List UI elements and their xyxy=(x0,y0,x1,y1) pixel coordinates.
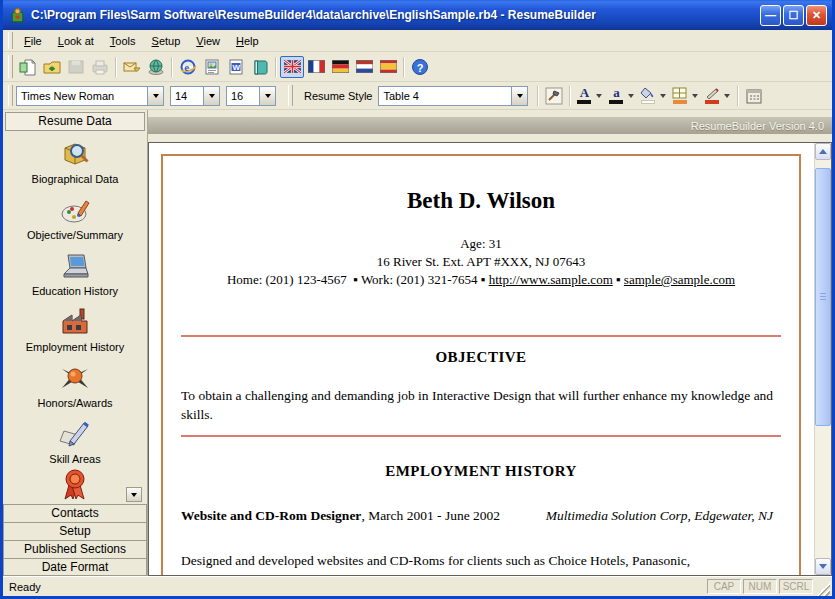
new-document-icon[interactable] xyxy=(16,56,40,78)
menu-tools[interactable]: Tools xyxy=(102,32,144,50)
svg-text:e: e xyxy=(184,61,189,73)
scrollbar-thumb[interactable] xyxy=(815,168,831,426)
send-email-icon[interactable] xyxy=(120,56,144,78)
menu-view[interactable]: View xyxy=(188,32,228,50)
sidebar-button-setup[interactable]: Setup xyxy=(3,522,147,540)
close-button[interactable]: ✕ xyxy=(806,5,827,26)
section-divider xyxy=(181,335,781,337)
help-icon[interactable]: ? xyxy=(408,56,432,78)
resume-style-select[interactable]: Table 4 xyxy=(378,86,528,106)
employment-job-row: Website and CD-Rom Designer, March 2001 … xyxy=(181,506,781,526)
preview-hammer-icon[interactable] xyxy=(542,85,566,107)
chevron-down-icon[interactable] xyxy=(203,87,219,105)
resume-style-label: Resume Style xyxy=(304,90,372,102)
menu-help[interactable]: Help xyxy=(228,32,267,50)
table-color-icon[interactable] xyxy=(670,86,690,106)
toolbar-separator xyxy=(737,86,739,106)
font-size2-value: 16 xyxy=(227,87,259,105)
scroll-up-button[interactable] xyxy=(815,143,831,160)
font-color-icon[interactable]: A xyxy=(574,86,594,106)
job-description: Designed and developed websites and CD-R… xyxy=(181,550,781,575)
app-icon xyxy=(9,7,26,24)
sidebar-button-contacts[interactable]: Contacts xyxy=(3,504,147,522)
chevron-down-icon[interactable] xyxy=(147,87,163,105)
scroll-down-button[interactable] xyxy=(815,558,831,575)
sidebar-item-honors-awards[interactable]: Honors/Awards xyxy=(3,355,147,411)
objective-body: To obtain a challenging and demanding jo… xyxy=(181,386,781,424)
vertical-scrollbar[interactable] xyxy=(814,143,831,575)
window-title: C:\Program Files\Sarm Software\ResumeBui… xyxy=(31,8,760,22)
font-size2-select[interactable]: 16 xyxy=(226,86,276,106)
employment-history-icon xyxy=(58,305,92,339)
sidebar-scroll-down-button[interactable] xyxy=(126,487,142,502)
biographical-data-icon xyxy=(58,137,92,171)
chevron-down-icon[interactable] xyxy=(722,94,732,98)
maximize-button[interactable]: ☐ xyxy=(783,5,804,26)
menu-look-at[interactable]: Look at xyxy=(50,32,102,50)
address-book-icon[interactable] xyxy=(248,56,272,78)
objective-summary-icon xyxy=(58,193,92,227)
resume-website-link[interactable]: http://www.sample.com xyxy=(489,272,613,287)
fill-color-icon[interactable] xyxy=(638,86,658,106)
chevron-down-icon[interactable] xyxy=(511,87,527,105)
flag-uk-icon[interactable] xyxy=(280,56,304,78)
font-size-select[interactable]: 14 xyxy=(170,86,220,106)
flag-germany-icon[interactable] xyxy=(328,56,352,78)
resume-preview[interactable]: Beth D. Wilson Age: 31 16 River St. Ext.… xyxy=(149,143,814,575)
sidebar-button-published-sections[interactable]: Published Sections xyxy=(3,540,147,558)
calendar-icon[interactable] xyxy=(742,85,766,107)
scrollbar-track[interactable] xyxy=(815,160,831,558)
sidebar-header-resume-data[interactable]: Resume Data xyxy=(5,112,145,131)
toolbar-separator xyxy=(569,86,571,106)
version-banner-text: ResumeBuilder Version 4.0 xyxy=(691,120,824,132)
font-name-value: Times New Roman xyxy=(17,87,147,105)
sidebar-item-list: Biographical Data Objective/Summary xyxy=(3,131,147,504)
sidebar-item-skill-areas[interactable]: Skill Areas xyxy=(3,411,147,467)
flag-netherlands-icon[interactable] xyxy=(352,56,376,78)
chevron-down-icon[interactable] xyxy=(259,87,275,105)
employment-heading: EMPLOYMENT HISTORY xyxy=(181,463,781,480)
font-name-select[interactable]: Times New Roman xyxy=(16,86,164,106)
sidebar-item-education-history[interactable]: Education History xyxy=(3,243,147,299)
chevron-down-icon[interactable] xyxy=(658,94,668,98)
main-toolbar: e W xyxy=(3,52,832,82)
image-document-icon[interactable] xyxy=(200,56,224,78)
menu-setup[interactable]: Setup xyxy=(144,32,189,50)
sidebar-item-objective-summary[interactable]: Objective/Summary xyxy=(3,187,147,243)
open-folder-icon[interactable] xyxy=(40,56,64,78)
line-color-icon[interactable] xyxy=(702,86,722,106)
sidebar-button-date-format[interactable]: Date Format xyxy=(3,558,147,576)
job-company: Multimedia Solution Corp, Edgewater, NJ xyxy=(526,508,781,524)
chevron-down-icon[interactable] xyxy=(690,94,700,98)
sidebar-item-employment-history[interactable]: Employment History xyxy=(3,299,147,355)
chevron-down-icon[interactable] xyxy=(594,94,604,98)
resume-address: 16 River St. Ext. APT #XXX, NJ 07643 xyxy=(181,253,781,271)
menu-file[interactable]: File xyxy=(16,32,50,50)
sidebar: Resume Data Biographical Data xyxy=(3,110,148,576)
toolbar-separator xyxy=(537,86,539,106)
sidebar-item-biographical-data[interactable]: Biographical Data xyxy=(3,131,147,187)
highlight-color-icon[interactable]: a xyxy=(606,86,626,106)
resume-name: Beth D. Wilson xyxy=(181,188,781,214)
resume-age: Age: 31 xyxy=(181,235,781,253)
objective-heading: OBJECTIVE xyxy=(181,349,781,366)
internet-explorer-icon[interactable]: e xyxy=(176,56,200,78)
status-num: NUM xyxy=(743,579,777,594)
ms-word-icon[interactable]: W xyxy=(224,56,248,78)
main-area: Resume Data Biographical Data xyxy=(3,110,832,576)
education-history-icon xyxy=(58,249,92,283)
resize-grip[interactable] xyxy=(816,582,830,596)
toolbar-grip xyxy=(8,55,13,78)
flag-spain-icon[interactable] xyxy=(376,56,400,78)
minimize-button[interactable]: — xyxy=(760,5,781,26)
print-icon[interactable] xyxy=(88,56,112,78)
flag-france-icon[interactable] xyxy=(304,56,328,78)
resume-email-link[interactable]: sample@sample.com xyxy=(624,272,735,287)
svg-text:?: ? xyxy=(417,61,424,73)
resume-style-value: Table 4 xyxy=(379,87,511,105)
toolbar-separator xyxy=(171,57,173,77)
job-title: Website and CD-Rom Designer xyxy=(181,508,361,523)
publish-web-icon[interactable] xyxy=(144,56,168,78)
save-icon[interactable] xyxy=(64,56,88,78)
chevron-down-icon[interactable] xyxy=(626,94,636,98)
